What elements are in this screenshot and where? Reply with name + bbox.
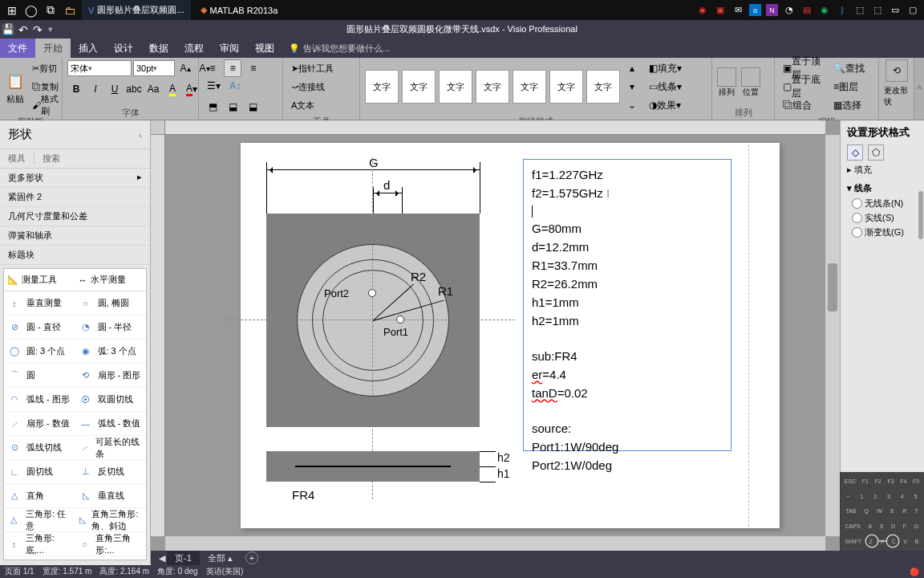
save-button[interactable]: 💾	[0, 23, 16, 35]
tab-insert[interactable]: 插入	[71, 39, 106, 58]
add-page-button[interactable]: +	[245, 552, 258, 564]
connector-tool-button[interactable]: ⤻ 连接线	[288, 78, 359, 96]
style-preset-3[interactable]: 文字	[439, 70, 472, 104]
page-tab-1[interactable]: 页-1	[167, 551, 200, 565]
line-button[interactable]: ▭ 线条▾	[646, 78, 685, 96]
scrollbar-thumb[interactable]	[918, 191, 923, 239]
style-preset-1[interactable]: 文字	[365, 70, 399, 104]
vertical-scrollbar[interactable]	[825, 135, 840, 536]
arrange-button[interactable]	[717, 67, 736, 87]
tab-data[interactable]: 数据	[141, 39, 176, 58]
tab-process[interactable]: 流程	[176, 39, 212, 58]
valign-top-button[interactable]: ⬒	[204, 98, 221, 116]
tray-icon[interactable]: ▤	[800, 4, 813, 17]
shapes-collapse-icon[interactable]: ‹	[139, 130, 142, 140]
drawing-page[interactable]: G d R1 R2 Port1 Port2 h2 h1	[241, 143, 780, 528]
format-fill-tab-icon[interactable]: ◇	[847, 144, 863, 161]
taskbar-app-visio[interactable]: V圆形贴片叠层双频圆...	[82, 0, 191, 20]
style-more[interactable]: ⌄	[623, 96, 641, 114]
format-painter-button[interactable]: 🖌 格式刷	[29, 96, 63, 114]
tray-icon[interactable]: ◔	[783, 4, 796, 17]
stencil-shape[interactable]: ⊙弧线切线	[4, 436, 75, 460]
tab-review[interactable]: 审阅	[212, 39, 247, 58]
style-preset-7[interactable]: 文字	[586, 70, 620, 104]
status-language[interactable]: 英语(美国)	[206, 566, 244, 577]
italic-button[interactable]: I	[87, 80, 104, 98]
tab-home[interactable]: 开始	[35, 39, 71, 58]
tray-bluetooth-icon[interactable]: ᛒ	[836, 4, 849, 17]
style-preset-6[interactable]: 文字	[549, 70, 583, 104]
stencil-shape[interactable]: ⟋扇形 - 数值	[4, 412, 75, 436]
start-button[interactable]: ⊞	[3, 2, 21, 19]
shapes-tab-stencil[interactable]: 模具	[0, 153, 34, 165]
align-right-button[interactable]: ≡	[245, 59, 262, 77]
ruler-vertical[interactable]	[151, 135, 165, 536]
stencil-shape[interactable]: ◔圆 - 半径	[75, 315, 147, 340]
undo-button[interactable]: ↶	[16, 23, 30, 36]
stencil-shape[interactable]: ◯圆: 3 个点	[4, 340, 75, 364]
style-scroll-up[interactable]: ▴	[623, 59, 641, 77]
send-back-button[interactable]: ▢ 置于底层	[780, 78, 828, 96]
stencil-row[interactable]: 几何尺寸度量和公差	[0, 207, 150, 226]
task-view-icon[interactable]: ⧉	[42, 2, 59, 19]
section-line[interactable]: ▾ 线条	[841, 179, 924, 197]
stencil-shape[interactable]: ⊘圆 - 直径	[4, 315, 75, 340]
tray-battery-icon[interactable]: ▭	[889, 4, 902, 17]
paste-button[interactable]: 📋	[5, 69, 26, 93]
style-preset-4[interactable]: 文字	[476, 70, 509, 104]
shapes-tab-search[interactable]: 搜索	[34, 153, 68, 165]
stencil-shape[interactable]: ○圆, 椭圆	[75, 291, 147, 315]
stencil-shape[interactable]: ⌒圆	[4, 364, 75, 388]
tab-file[interactable]: 文件	[0, 39, 35, 58]
stencil-shape[interactable]: △三角形: 任意	[4, 508, 75, 532]
redo-button[interactable]: ↷	[30, 23, 45, 36]
style-preset-5[interactable]: 文字	[513, 70, 546, 104]
horizontal-scrollbar[interactable]	[165, 536, 825, 551]
status-record-icon[interactable]: 🔴	[910, 568, 919, 576]
more-shapes-row[interactable]: 更多形状 ▸	[0, 169, 150, 188]
stencil-row[interactable]: 弹簧和轴承	[0, 226, 150, 246]
stencil-shape[interactable]: ◉弧: 3 个点	[75, 340, 147, 364]
cut-button[interactable]: ✂ 剪切	[29, 59, 63, 77]
taskbar-app-matlab[interactable]: ◆MATLAB R2013a	[194, 0, 285, 20]
tray-mail-icon[interactable]: ✉	[732, 4, 744, 17]
valign-bottom-button[interactable]: ⬓	[245, 98, 262, 116]
radio-gradient-line[interactable]: 渐变线(G)	[852, 226, 924, 238]
text-direction-button[interactable]: A↕	[226, 77, 244, 95]
pointer-tool-button[interactable]: ➤ 指针工具	[288, 59, 359, 77]
format-effects-tab-icon[interactable]: ⬠	[868, 144, 884, 161]
stencil-shape[interactable]: ⊥反切线	[75, 460, 147, 484]
stencil-shape[interactable]: ⟲扇形 - 图形	[75, 364, 147, 388]
tray-onenote-icon[interactable]: N	[766, 4, 778, 16]
radio-solid-line[interactable]: 实线(S)	[852, 212, 924, 224]
tray-icon[interactable]: ⬚	[871, 4, 884, 17]
change-shape-button[interactable]: ⟲	[886, 59, 908, 82]
all-pages-button[interactable]: 全部 ▴	[201, 552, 239, 564]
stencil-row[interactable]: 标题块	[0, 246, 150, 265]
increase-font-button[interactable]: A▴	[176, 59, 194, 77]
tab-view[interactable]: 视图	[247, 39, 282, 58]
canvas[interactable]: G d R1 R2 Port1 Port2 h2 h1	[151, 120, 840, 551]
tell-me-input[interactable]: 💡 告诉我您想要做什么...	[289, 39, 390, 58]
valign-middle-button[interactable]: ⬓	[224, 98, 241, 116]
stencil-shape[interactable]: ◠弧线 - 图形	[4, 388, 75, 412]
tab-design[interactable]: 设计	[106, 39, 141, 58]
shape-measure-tool[interactable]: 📐测量工具	[4, 269, 75, 291]
highlight-color-button[interactable]: A	[164, 80, 181, 98]
parameter-text-box[interactable]: f1=1.227GHz f2=1.575GHz I G=80mm d=12.2m…	[523, 159, 732, 451]
tray-icon[interactable]: ◉	[818, 4, 831, 17]
style-preset-2[interactable]: 文字	[402, 70, 436, 104]
cortana-icon[interactable]: ◯	[22, 2, 40, 19]
group-objects-button[interactable]: ⿻ 组合	[780, 96, 828, 114]
font-size-selector[interactable]: 30pt	[133, 60, 175, 76]
ribbon-collapse-button[interactable]: ^	[914, 58, 924, 120]
stencil-shape[interactable]: —弧线 - 数值	[75, 412, 147, 436]
underline-button[interactable]: U	[106, 80, 124, 98]
stencil-shape[interactable]: ∟圆切线	[4, 460, 75, 484]
tray-icon[interactable]: ▣	[714, 4, 727, 17]
strikethrough-button[interactable]: abc	[125, 80, 143, 98]
align-left-button[interactable]: ≡	[204, 59, 221, 77]
align-center-button[interactable]: ≡	[224, 59, 241, 77]
bold-button[interactable]: B	[67, 80, 85, 98]
position-button[interactable]	[741, 67, 760, 87]
